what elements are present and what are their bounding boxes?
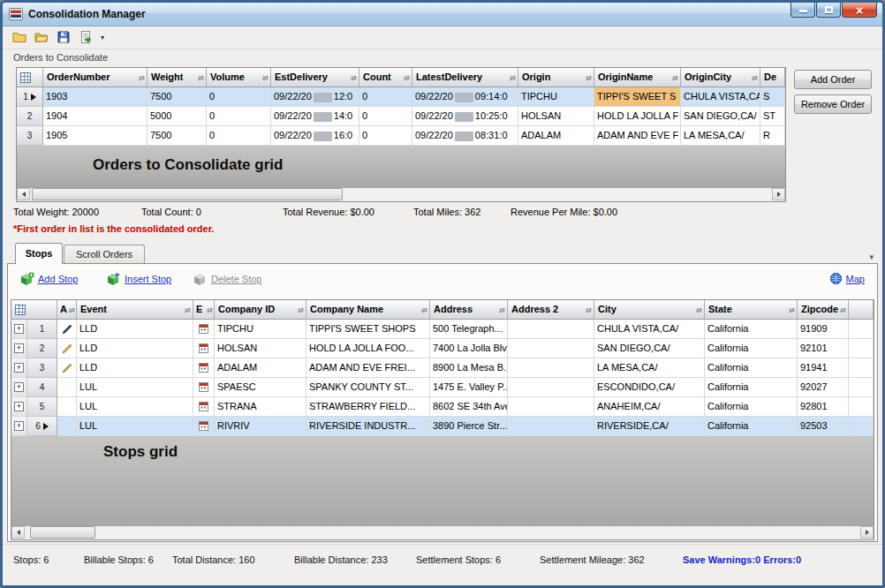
open-button[interactable] [32,27,51,47]
cell-ordernumber[interactable]: 1905 [43,126,148,146]
cell-companyid[interactable]: HOLSAN [215,339,306,358]
row-indicator[interactable]: 2 [27,339,57,358]
expand-plus-button[interactable] [14,343,24,353]
column-header-origincity[interactable]: OriginCity [681,68,760,87]
expand-plus-button[interactable] [14,363,24,373]
cell-address[interactable]: 7400 La Jolla Blvd [430,339,508,358]
expand-plus-button[interactable] [14,402,24,411]
cell-address[interactable]: 8602 SE 34th Ave [430,397,508,417]
cell-count[interactable]: 0 [359,107,412,126]
cell-address[interactable]: 1475 E. Valley P... [430,378,508,397]
cell-state[interactable]: California [705,358,798,378]
cell-state[interactable]: California [705,320,798,339]
expand-plus-button[interactable] [14,324,24,334]
cell-event[interactable]: LLD [77,339,193,358]
cell-companyid[interactable]: TIPCHU [215,320,306,339]
column-header-zipcode[interactable]: Zipcode [798,300,849,320]
minimize-button[interactable] [790,3,815,18]
scroll-right-button[interactable] [860,526,874,539]
cell-dest[interactable]: ST [760,107,785,126]
cell-originname[interactable]: ADAM AND EVE F [594,126,681,146]
cell-volume[interactable]: 0 [207,87,271,107]
column-header-state[interactable]: State [705,300,798,320]
export-dropdown-caret[interactable] [98,34,107,41]
cell-address[interactable]: 3890 Pierce Str... [430,417,508,436]
cell-weight[interactable]: 7500 [148,87,207,107]
export-button[interactable] [76,27,95,47]
cell-e[interactable] [193,417,215,436]
row-indicator[interactable]: 3 [17,126,43,146]
insert-stop-link[interactable]: Insert Stop [107,272,171,286]
cell-companyname[interactable]: ADAM AND EVE FREI... [306,358,430,378]
cell-companyid[interactable]: SPAESC [215,378,306,397]
cell-zipcode[interactable]: 91941 [798,358,849,378]
scroll-right-button[interactable] [772,188,785,200]
column-header-city[interactable]: City [594,300,705,320]
cell-a[interactable] [57,417,77,436]
row-indicator[interactable]: 6 [27,417,57,436]
column-header-volume[interactable]: Volume [207,68,271,87]
column-header-estdelivery[interactable]: EstDelivery [271,68,359,87]
column-header-e[interactable]: E [193,300,215,320]
cell-companyname[interactable]: TIPPI'S SWEET SHOPS [306,320,430,339]
column-header-ordernumber[interactable]: OrderNumber [43,68,148,87]
scrollbar-thumb[interactable] [32,188,343,200]
cell-companyid[interactable]: RIVRIV [215,417,306,436]
row-indicator[interactable]: 1 [17,87,43,107]
close-button[interactable] [842,3,877,18]
cell-a[interactable] [57,358,77,378]
cell-companyid[interactable]: STRANA [215,397,306,417]
cell-city[interactable]: CHULA VISTA,CA/ [594,320,705,339]
column-header-companyid[interactable]: Company ID [215,300,306,320]
cell-city[interactable]: ANAHEIM,CA/ [594,397,705,417]
scrollbar-thumb[interactable] [30,526,95,539]
cell-companyname[interactable]: STRAWBERRY FIELD... [306,397,430,417]
cell-address2[interactable] [508,378,594,397]
cell-state[interactable]: California [705,417,798,436]
cell-companyid[interactable]: ADALAM [215,358,306,378]
row-indicator[interactable]: 2 [17,107,43,126]
cell-state[interactable]: California [705,339,798,358]
row-indicator[interactable]: 3 [27,358,57,378]
scrollbar-track[interactable] [30,188,772,201]
cell-e[interactable] [193,378,215,397]
cell-city[interactable]: LA MESA,CA/ [594,358,705,378]
delete-stop-link[interactable]: Delete Stop [193,272,261,286]
cell-address2[interactable] [508,417,594,436]
corner-header[interactable] [11,300,57,320]
cell-weight[interactable]: 7500 [148,126,207,146]
column-header-event[interactable]: Event [77,300,193,320]
column-header-companyname[interactable]: Company Name [306,300,430,320]
cell-count[interactable]: 0 [359,126,412,146]
cell-dest[interactable]: R [760,126,785,146]
cell-city[interactable]: RIVERSIDE,CA/ [594,417,705,436]
tab-stops[interactable]: Stops [15,243,63,264]
cell-address2[interactable] [508,397,594,417]
cell-zipcode[interactable]: 91909 [798,320,849,339]
cell-a[interactable] [57,320,77,339]
cell-a[interactable] [57,378,77,397]
scrollbar-track[interactable] [25,526,860,539]
add-stop-link[interactable]: Add Stop [20,272,78,286]
corner-header[interactable] [17,68,43,87]
cell-origincity[interactable]: CHULA VISTA,CA/ [681,87,760,107]
cell-estdelivery[interactable]: 09/22/2016:0 [271,126,359,146]
cell-origin[interactable]: TIPCHU [518,87,594,107]
cell-e[interactable] [193,358,215,378]
maximize-button[interactable] [816,3,841,18]
title-bar[interactable]: Consolidation Manager [3,3,882,26]
cell-address2[interactable] [508,358,594,378]
cell-event[interactable]: LLD [77,358,193,378]
map-link[interactable]: Map [829,272,865,285]
cell-event[interactable]: LUL [77,417,193,436]
column-header-a[interactable]: A [57,300,77,320]
column-header-origin[interactable]: Origin [518,68,594,87]
cell-origincity[interactable]: SAN DIEGO,CA/ [681,107,760,126]
column-header-address2[interactable]: Address 2 [508,300,594,320]
cell-a[interactable] [57,339,77,358]
new-button[interactable] [10,27,29,47]
row-indicator[interactable]: 1 [27,320,57,339]
cell-address[interactable]: 8900 La Mesa B... [430,358,508,378]
cell-count[interactable]: 0 [359,87,412,107]
row-indicator[interactable]: 5 [27,397,57,417]
